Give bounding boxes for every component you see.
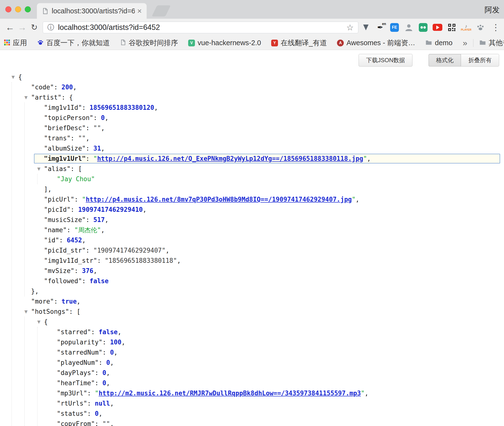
download-json-button[interactable]: 下载JSON数据	[359, 54, 412, 67]
json-number-value: 100	[110, 339, 121, 346]
json-number-value: 0	[106, 359, 110, 366]
indent-guide	[37, 327, 38, 426]
reload-button[interactable]: ↻	[28, 23, 40, 31]
json-line-selected: "img1v1Url": "http://p4.music.126.net/Q_…	[0, 153, 504, 164]
json-line: "briefDesc": "",	[0, 123, 504, 133]
json-number-value: 376	[82, 267, 93, 274]
vue-icon: V	[188, 40, 195, 46]
json-key: "alias"	[44, 165, 71, 172]
json-punctuation: :	[71, 135, 78, 142]
json-line: "trans": "",	[0, 133, 504, 143]
bookmark-star-icon[interactable]: ☆	[346, 23, 354, 32]
forward-button[interactable]: →	[16, 23, 28, 32]
document-icon	[120, 39, 126, 46]
bookmarks-bar: 应用 百度一下，你就知道 谷歌按时间排序 V vue-hackernews-2.…	[0, 36, 504, 50]
browser-tab[interactable]: localhost:3000/artists?id=645 ×	[37, 3, 147, 19]
other-bookmarks-folder[interactable]: 其他书签	[479, 38, 504, 48]
bookmark-demo-folder[interactable]: demo	[425, 39, 453, 47]
music-player-extension-icon[interactable]: ♪ PLAYER	[461, 23, 471, 32]
json-punctuation: ],	[44, 186, 51, 193]
json-punctuation: ,	[105, 216, 109, 223]
flag-extension-icon[interactable]	[361, 23, 371, 32]
json-punctuation: ,	[367, 155, 371, 162]
json-punctuation: :	[82, 104, 90, 111]
json-punctuation: ,	[82, 237, 86, 244]
bookmark-label: 应用	[13, 38, 27, 48]
json-punctuation: {	[44, 318, 48, 325]
music-note-icon: ♪	[465, 24, 467, 28]
youtube-extension-icon[interactable]	[433, 23, 442, 32]
minimize-window-button[interactable]	[15, 6, 21, 12]
collapse-toggle-icon[interactable]: ▼	[22, 307, 30, 317]
json-url-link[interactable]: http://m2.music.126.net/RMJR7wDullRqppBk…	[99, 390, 361, 397]
json-key: "code"	[31, 84, 54, 91]
indent-guide	[37, 174, 38, 184]
fe-icon: FE	[390, 23, 399, 32]
fehelper-extension-icon[interactable]: FE	[390, 23, 399, 32]
profile-name[interactable]: 阿发	[485, 5, 500, 15]
json-line: "more": true,	[0, 296, 504, 307]
json-string-value: "	[363, 155, 367, 162]
collapse-toggle-icon[interactable]: ▼	[35, 317, 42, 327]
json-punctuation: :	[61, 94, 69, 101]
json-number-value: 31	[93, 145, 101, 152]
green-monkey-extension-icon[interactable]	[418, 23, 428, 32]
format-button[interactable]: 格式化	[428, 54, 461, 67]
pen-translate-extension-icon[interactable]: ✒ en	[375, 23, 385, 32]
json-punctuation: {	[69, 94, 73, 101]
json-line: ▼"hotSongs": [	[0, 307, 504, 317]
address-url[interactable]: localhost:3000/artists?id=6452	[58, 23, 160, 32]
fullscreen-window-button[interactable]	[25, 6, 31, 12]
json-punctuation: :	[95, 369, 102, 376]
json-line: "picUrl": "http://p4.music.126.net/8mv7q…	[0, 194, 504, 204]
awesomes-icon: A	[337, 40, 344, 46]
collapse-toggle-icon[interactable]: ▼	[9, 72, 17, 82]
bookmarks-overflow-chevron[interactable]: »	[463, 38, 467, 48]
json-url-link[interactable]: http://p4.music.126.net/Q_ExePNkmgB2yWyL…	[97, 155, 363, 162]
json-string-value: "18569651883380118"	[105, 257, 177, 264]
close-window-button[interactable]	[5, 6, 11, 12]
json-line: "topicPerson": 0,	[0, 113, 504, 123]
json-string-value: "	[93, 155, 97, 162]
back-button[interactable]: ←	[4, 23, 16, 32]
bookmark-vue-hackernews[interactable]: V vue-hackernews-2.0	[188, 39, 261, 47]
json-line: "copyFrom": "",	[0, 419, 504, 426]
json-string-value: "Jay Chou"	[57, 175, 95, 183]
bookmark-label: 谷歌按时间排序	[129, 38, 178, 48]
page-info-icon[interactable]: ⓘ	[47, 23, 54, 32]
collapse-toggle-icon[interactable]: ▼	[22, 92, 30, 102]
paw-extension-icon[interactable]	[476, 23, 485, 32]
bookmark-youdao-translate[interactable]: Y 在线翻译_有道	[271, 38, 327, 48]
json-number-value: 18569651883380120	[90, 104, 154, 111]
json-number-value: 6452	[67, 237, 82, 244]
collapse-all-button[interactable]: 折叠所有	[461, 54, 499, 67]
bookmark-awesomes[interactable]: A Awesomes - 前端资…	[337, 38, 415, 48]
json-line: "name": "周杰伦",	[0, 225, 504, 235]
json-key: "topicPerson"	[44, 114, 93, 121]
tab-title: localhost:3000/artists?id=645	[52, 7, 135, 15]
json-line: ▼{	[0, 317, 504, 327]
tab-close-icon[interactable]: ×	[137, 7, 142, 15]
collapse-toggle-icon[interactable]: ▼	[35, 164, 42, 174]
json-tree: ▼{"code": 200,▼"artist": {"img1v1Id": 18…	[0, 72, 504, 426]
qr-code-extension-icon[interactable]	[447, 23, 457, 32]
json-number-value: 200	[61, 84, 73, 91]
json-line: "followed": false	[0, 276, 504, 286]
json-punctuation: ,	[101, 226, 105, 234]
json-punctuation: ,	[105, 114, 109, 121]
bookmark-apps[interactable]: 应用	[4, 38, 27, 48]
apps-grid-icon	[4, 39, 10, 47]
bookmark-google-sort[interactable]: 谷歌按时间排序	[120, 38, 178, 48]
person-extension-icon[interactable]	[404, 23, 414, 32]
json-line: "starredNum": 0,	[0, 347, 504, 358]
json-url-link[interactable]: http://p4.music.126.net/8mv7qP30Pd3oHW8b…	[86, 196, 352, 203]
new-tab-button[interactable]	[152, 5, 171, 17]
json-punctuation: {	[18, 73, 22, 81]
address-bar[interactable]: ⓘ localhost:3000/artists?id=6452 ☆	[43, 22, 358, 33]
json-line: ▼{	[0, 72, 504, 82]
bookmark-baidu[interactable]: 百度一下，你就知道	[37, 38, 110, 48]
json-line: "mvSize": 376,	[0, 266, 504, 276]
browser-menu-icon[interactable]: ⋮	[491, 22, 500, 33]
bookmark-label: 在线翻译_有道	[281, 38, 327, 48]
json-key: "rtUrls"	[57, 400, 87, 407]
